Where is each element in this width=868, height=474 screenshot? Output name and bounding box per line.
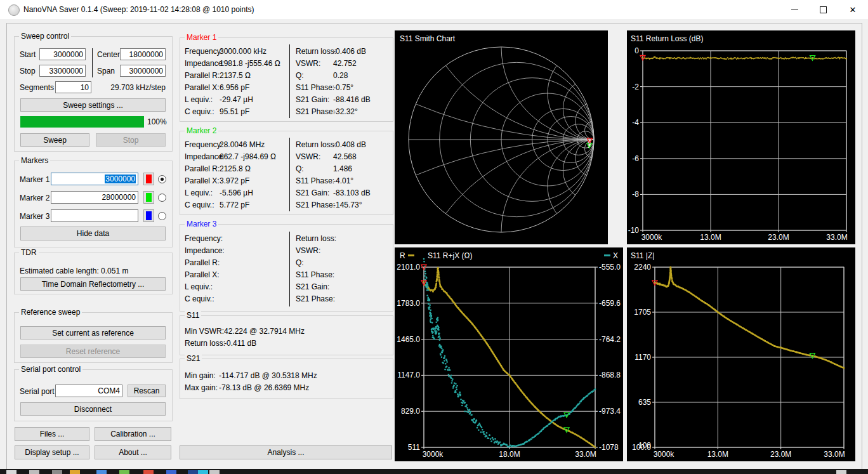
marker3-input[interactable] — [51, 209, 138, 222]
s21-labels: Min gain:Max gain: — [185, 370, 218, 394]
svg-text:0: 0 — [635, 46, 639, 55]
taskbar-icon[interactable] — [96, 470, 107, 474]
sweep-progress-bar — [20, 116, 144, 128]
span-input[interactable]: 30000000 — [120, 65, 166, 77]
marker3-left-labels: Frequency:Impedance:Parallel R:Parallel … — [185, 233, 225, 305]
taskbar-icon[interactable] — [209, 470, 220, 474]
marker2-input[interactable]: 28000000 — [51, 191, 138, 204]
taskbar-icon[interactable] — [29, 470, 39, 474]
svg-text:-4: -4 — [632, 118, 639, 127]
s11-z-magnitude-chart[interactable]: S11 |Z| 224017051170635100.01003000k13.0… — [627, 247, 855, 461]
marker2-box-divider — [289, 138, 290, 211]
stop-input[interactable]: 33000000 — [39, 65, 86, 77]
serial-port-title: Serial port control — [19, 365, 82, 374]
marker1-label: Marker 1 — [20, 174, 49, 185]
calibration-button[interactable]: Calibration ... — [95, 427, 171, 441]
svg-text:3000k: 3000k — [654, 450, 675, 459]
taskbar-icon[interactable] — [198, 470, 208, 474]
marker2-radio[interactable] — [158, 194, 166, 202]
about-button[interactable]: About ... — [95, 445, 171, 459]
marker1-radio[interactable] — [158, 175, 166, 183]
svg-text:1170: 1170 — [635, 353, 651, 362]
display-setup-button[interactable]: Display setup ... — [15, 445, 89, 459]
s11-box-title: S11 — [185, 311, 201, 320]
minimize-button[interactable] — [780, 0, 809, 19]
hide-data-button[interactable]: Hide data — [20, 227, 166, 240]
svg-text:13.0M: 13.0M — [700, 233, 721, 242]
r-series-legend: R — [400, 251, 417, 260]
tdr-button[interactable]: Time Domain Reflectometry ... — [20, 277, 166, 291]
svg-text:-10: -10 — [628, 226, 640, 235]
marker1-box-divider — [289, 44, 290, 118]
taskbar-icon[interactable] — [70, 470, 80, 474]
svg-text:511: 511 — [408, 443, 420, 452]
set-reference-button[interactable]: Set current as reference — [20, 326, 166, 339]
s11-labels: Min VSWR:Return loss: — [185, 326, 225, 350]
sweep-settings-button[interactable]: Sweep settings ... — [20, 98, 166, 112]
svg-text:1147.0: 1147.0 — [397, 371, 420, 379]
marker1-box-title: Marker 1 — [185, 33, 218, 42]
cable-length-text: Estimated cable length: 0.051 m — [20, 266, 128, 276]
disconnect-button[interactable]: Disconnect — [20, 402, 166, 416]
taskbar-icon[interactable] — [143, 470, 154, 474]
files-button[interactable]: Files ... — [15, 427, 89, 441]
svg-text:2101.0: 2101.0 — [397, 263, 420, 272]
svg-text:829.0: 829.0 — [401, 407, 420, 416]
tdr-title: TDR — [19, 248, 39, 257]
segments-label: Segments — [20, 82, 54, 93]
stop-button[interactable]: Stop — [96, 133, 166, 147]
s11-return-loss-chart[interactable]: S11 Return Loss (dB) 0-2-4-6-8-103000k13… — [627, 30, 855, 244]
svg-text:23.0M: 23.0M — [770, 450, 791, 459]
svg-text:-764.2: -764.2 — [599, 335, 621, 344]
segments-input[interactable]: 10 — [55, 81, 91, 93]
taskbar-icon[interactable] — [166, 470, 176, 474]
markers-title: Markers — [19, 156, 50, 165]
svg-text:13.0M: 13.0M — [707, 450, 728, 459]
taskbar-icon[interactable] — [6, 470, 16, 474]
marker2-color-button[interactable] — [143, 191, 154, 204]
taskbar-icon[interactable] — [836, 470, 846, 474]
progress-percent: 100% — [147, 117, 167, 127]
marker3-radio[interactable] — [158, 212, 166, 220]
svg-text:1465.0: 1465.0 — [397, 335, 420, 344]
marker3-label: Marker 3 — [20, 211, 49, 221]
svg-text:-973.4: -973.4 — [599, 407, 621, 416]
taskbar-icon[interactable] — [52, 470, 62, 474]
svg-text:33.0M: 33.0M — [824, 450, 845, 459]
marker1-input[interactable]: 3000000 — [51, 173, 138, 185]
marker2-box-title: Marker 2 — [185, 126, 218, 135]
chart-title: S11 Return Loss (dB) — [631, 34, 704, 43]
maximize-button[interactable] — [809, 0, 838, 19]
serial-port-input[interactable]: COM4 — [55, 385, 122, 397]
rescan-button[interactable]: Rescan — [128, 385, 166, 397]
marker3-color-button[interactable] — [143, 209, 154, 222]
start-input[interactable]: 3000000 — [39, 48, 86, 60]
chart-title: S11 Smith Chart — [400, 34, 455, 43]
reference-sweep-title: Reference sweep — [19, 308, 82, 317]
nanovna-saver-window: NanoVNA Saver 0.1.4 (Sweep: 2019-11-02 1… — [0, 0, 868, 474]
analysis-button[interactable]: Analysis ... — [180, 445, 392, 459]
svg-text:-868.8: -868.8 — [599, 371, 621, 379]
reset-reference-button[interactable]: Reset reference — [20, 345, 166, 358]
marker1-left-labels: Frequency:Impedance:Parallel R:Parallel … — [185, 46, 225, 118]
close-button[interactable]: ✕ — [838, 0, 868, 19]
taskbar-icon[interactable] — [119, 470, 129, 474]
x-series-legend: X — [602, 251, 618, 260]
s11-smith-chart[interactable]: S11 Smith Chart — [395, 30, 608, 244]
marker1-left-values: 3000.000 kHz1981.8 -j555.46 Ω2137.5 Ω6.9… — [220, 46, 280, 118]
svg-text:-8: -8 — [632, 190, 639, 199]
taskbar-icon[interactable] — [188, 470, 198, 474]
s11-rjx-chart[interactable]: R S11 R+jX (Ω) X 2101.01783.01465.01147.… — [395, 247, 623, 461]
sweep-button[interactable]: Sweep — [20, 133, 89, 147]
serial-port-label: Serial port — [20, 386, 55, 397]
chart-title: S11 |Z| — [631, 251, 654, 260]
marker1-right-values: -0.406 dB42.7520.28-0.75°-88.416 dB-32.3… — [333, 46, 371, 118]
svg-text:33.0M: 33.0M — [826, 233, 847, 242]
taskbar[interactable] — [0, 469, 868, 474]
center-input[interactable]: 18000000 — [120, 48, 166, 60]
s21-box-title: S21 — [185, 354, 202, 363]
marker3-color-swatch — [146, 211, 152, 220]
svg-text:1705: 1705 — [634, 308, 651, 317]
marker1-color-button[interactable] — [143, 173, 154, 185]
marker2-right-values: -0.408 dB42.5681.486-4.01°-83.103 dB-145… — [333, 139, 371, 211]
